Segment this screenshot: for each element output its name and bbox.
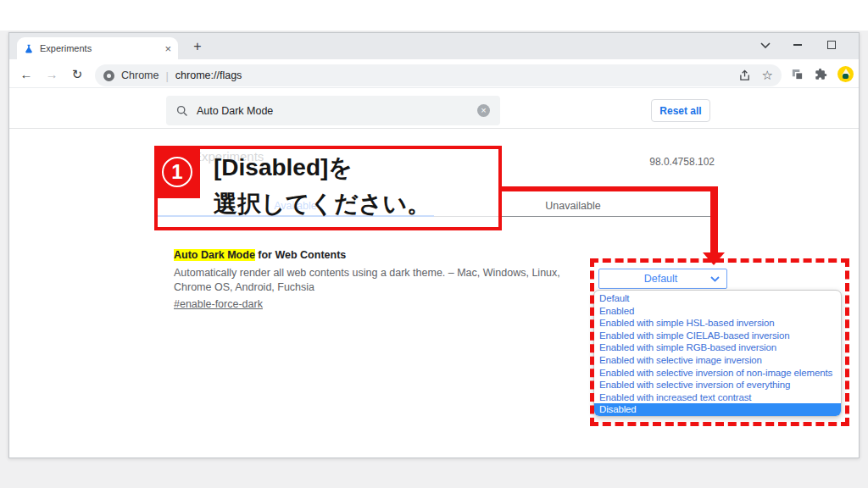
forward-button: → bbox=[44, 67, 59, 82]
tab-close-icon[interactable]: × bbox=[164, 42, 171, 55]
chrome-version: 98.0.4758.102 bbox=[593, 156, 715, 168]
annotation-text-line2: 選択してください。 bbox=[214, 188, 431, 220]
tab-title: Experiments bbox=[40, 43, 164, 53]
flag-title: Auto Dark Mode for Web Contents bbox=[174, 249, 346, 261]
browser-tab-experiments[interactable]: Experiments × bbox=[17, 37, 178, 59]
address-url[interactable]: chrome://flags bbox=[175, 69, 729, 81]
share-icon[interactable] bbox=[739, 69, 752, 81]
header-divider bbox=[9, 128, 859, 129]
search-icon bbox=[176, 105, 188, 117]
screenshot: Experiments × + ← → ↻ Chrome | chrome://… bbox=[0, 0, 868, 488]
search-input[interactable]: Auto Dark Mode bbox=[197, 105, 477, 117]
annotation-text-line1: [Disabled]を bbox=[214, 152, 353, 184]
address-site-label: Chrome bbox=[121, 69, 159, 81]
window-chevron-icon[interactable] bbox=[753, 37, 778, 53]
flask-icon bbox=[24, 43, 34, 54]
flag-permalink[interactable]: #enable-force-dark bbox=[174, 298, 263, 310]
reset-all-button[interactable]: Reset all bbox=[651, 99, 710, 122]
bookmark-star-icon[interactable]: ☆ bbox=[762, 68, 773, 83]
address-bar[interactable]: Chrome | chrome://flags ☆ bbox=[95, 64, 782, 86]
profile-avatar[interactable] bbox=[837, 66, 854, 82]
red-dashed-highlight-box bbox=[590, 258, 849, 426]
extensions-puzzle-icon[interactable] bbox=[815, 68, 827, 80]
annotation-step-badge: 1 bbox=[154, 146, 200, 198]
clear-search-icon[interactable]: × bbox=[477, 104, 490, 117]
step-number: 1 bbox=[162, 157, 192, 187]
annotation-arrow-horizontal bbox=[502, 186, 717, 191]
flag-title-highlight: Auto Dark Mode bbox=[174, 249, 255, 261]
maximize-button[interactable] bbox=[819, 37, 844, 53]
capture-icon[interactable] bbox=[791, 68, 804, 80]
address-separator: | bbox=[165, 69, 168, 82]
reload-button[interactable]: ↻ bbox=[70, 67, 85, 82]
back-button[interactable]: ← bbox=[19, 67, 34, 82]
flag-description: Automatically render all web contents us… bbox=[174, 266, 591, 295]
annotation-arrow-head bbox=[703, 252, 725, 265]
new-tab-button[interactable]: + bbox=[188, 39, 207, 54]
minimize-button[interactable] bbox=[785, 37, 810, 53]
annotation-arrow-vertical bbox=[710, 186, 718, 253]
chrome-page-icon bbox=[103, 70, 114, 81]
flags-search-box[interactable]: Auto Dark Mode × bbox=[166, 96, 500, 125]
flag-title-rest: for Web Contents bbox=[255, 249, 346, 261]
